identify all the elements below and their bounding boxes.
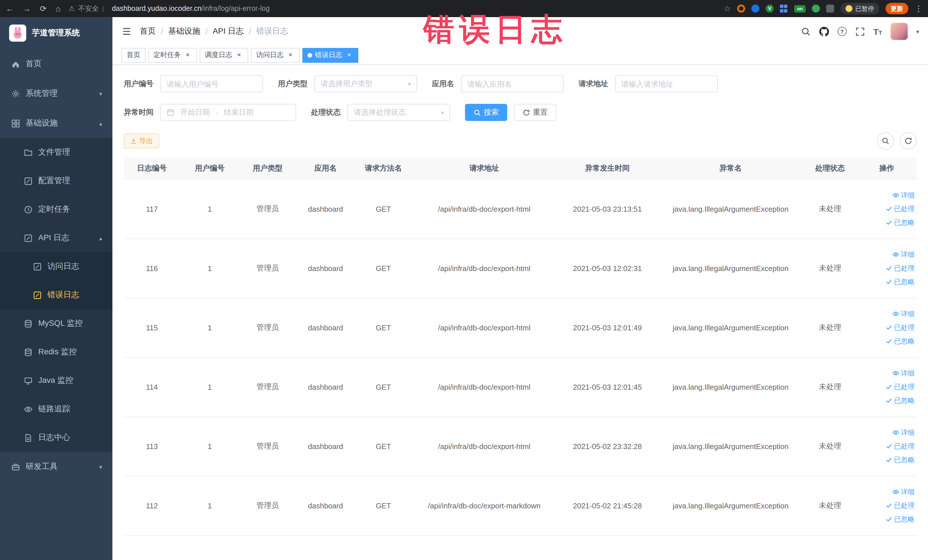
cell-exception-name: java.lang.IllegalArgumentException	[658, 357, 803, 417]
cell-method: GET	[355, 357, 411, 417]
extension-ring-icon[interactable]	[737, 5, 745, 12]
avatar[interactable]	[891, 23, 908, 40]
bookmark-star-icon[interactable]: ☆	[724, 4, 731, 13]
forward-icon[interactable]: →	[23, 4, 31, 13]
sidebar-toggle-icon[interactable]	[122, 26, 132, 37]
user-type-select[interactable]: 请选择用户类型 ▾	[314, 75, 417, 92]
sidebar-item-error-log[interactable]: 错误日志	[0, 281, 112, 309]
app-name-input[interactable]	[461, 75, 564, 92]
cell-user-id: 1	[180, 476, 240, 535]
sidebar-item-redis-monitor[interactable]: Redis 监控	[0, 338, 112, 366]
export-button[interactable]: 导出	[124, 134, 159, 148]
extension-on-badge[interactable]: on	[794, 5, 806, 12]
browser-menu-icon[interactable]: ⋮	[914, 4, 923, 13]
cell-method: GET	[355, 179, 411, 238]
tab-home[interactable]: 首页	[122, 48, 145, 63]
sidebar-item-api-logs[interactable]: API 日志 ▴	[0, 224, 112, 252]
cell-exception-time: 2021-05-03 12:02:31	[557, 238, 658, 298]
extensions-puzzle-icon[interactable]	[826, 5, 834, 12]
logo-title: 芋道管理系统	[32, 28, 80, 38]
github-icon[interactable]	[819, 26, 829, 36]
sidebar-item-file-mgmt[interactable]: 文件管理	[0, 138, 112, 166]
request-url-input[interactable]	[615, 75, 718, 92]
detail-link[interactable]: 详细	[892, 368, 914, 378]
sidebar-item-tracing[interactable]: 链路追踪	[0, 395, 112, 423]
sidebar-item-infrastructure[interactable]: 基础设施 ▴	[0, 108, 112, 138]
detail-link[interactable]: 详细	[892, 487, 914, 497]
tags-view: 首页 定时任务 × 调度日志 × 访问日志 × 错误日志 ×	[112, 46, 928, 65]
date-range-picker[interactable]: 开始日期 - 结束日期	[160, 104, 296, 121]
close-icon[interactable]: ×	[345, 51, 353, 59]
help-icon[interactable]: ?	[837, 27, 846, 36]
tab-error-log[interactable]: 错误日志 ×	[302, 48, 358, 63]
extension-grid-icon[interactable]	[780, 5, 788, 12]
detail-link[interactable]: 详细	[892, 250, 914, 259]
search-button[interactable]: 搜索	[465, 104, 507, 121]
mark-ignored-link[interactable]: 已忽略	[885, 277, 914, 287]
sidebar-item-config-mgmt[interactable]: 配置管理	[0, 166, 112, 195]
paused-chip[interactable]: 已暂停	[840, 3, 879, 14]
access-log-icon	[33, 262, 42, 271]
close-icon[interactable]: ×	[235, 51, 243, 59]
cell-exception-time: 2021-05-02 23:32:28	[557, 417, 658, 476]
mark-ignored-link[interactable]: 已忽略	[885, 455, 914, 465]
sidebar-item-home[interactable]: 首页	[0, 49, 112, 79]
mark-processed-link[interactable]: 已处理	[885, 382, 914, 392]
toggle-search-button[interactable]	[877, 132, 894, 150]
chevron-down-icon: ▾	[441, 109, 444, 116]
mark-processed-link[interactable]: 已处理	[885, 204, 914, 214]
chevron-down-icon: ▾	[99, 90, 102, 97]
browser-home-icon[interactable]: ⌂	[56, 4, 61, 13]
filter-process-status: 处理状态 请选择处理状态 ▾	[311, 104, 450, 121]
mark-processed-link[interactable]: 已处理	[885, 441, 914, 451]
mark-processed-link[interactable]: 已处理	[885, 263, 914, 273]
breadcrumb-item[interactable]: 基础设施	[168, 26, 200, 37]
filter-row-1: 用户编号 用户类型 请选择用户类型 ▾ 应用名	[124, 75, 917, 92]
cell-actions: 详细 已处理 已忽略	[857, 238, 917, 298]
close-icon[interactable]: ×	[286, 51, 295, 59]
sidebar-item-access-log[interactable]: 访问日志	[0, 252, 112, 281]
back-icon[interactable]: ←	[6, 4, 14, 13]
mark-ignored-link[interactable]: 已忽略	[885, 514, 914, 524]
tab-scheduled-tasks[interactable]: 定时任务 ×	[148, 48, 197, 63]
font-size-icon[interactable]: TT	[873, 27, 882, 36]
cell-user-type: 管理员	[240, 357, 296, 417]
detail-link[interactable]: 详细	[892, 190, 914, 200]
mark-ignored-link[interactable]: 已忽略	[885, 218, 914, 227]
avatar-caret-icon[interactable]: ▾	[916, 28, 919, 35]
user-id-input[interactable]	[160, 75, 263, 92]
extension-blue-icon[interactable]	[751, 5, 759, 12]
extension-v-icon[interactable]: V	[766, 5, 774, 12]
sidebar-item-log-center[interactable]: 日志中心	[0, 423, 112, 452]
sidebar-item-scheduled-tasks[interactable]: 定时任务	[0, 195, 112, 224]
address-bar[interactable]: dashboard.yudao.iocoder.cn/infra/log/api…	[112, 5, 270, 12]
tab-access-log[interactable]: 访问日志 ×	[251, 48, 299, 63]
extension-leaf-icon[interactable]	[812, 5, 820, 12]
logo[interactable]: 芋道管理系统	[0, 17, 112, 49]
refresh-table-button[interactable]	[900, 132, 917, 150]
url-host: dashboard.yudao.iocoder.cn	[112, 5, 201, 12]
detail-link[interactable]: 详细	[892, 428, 914, 437]
sidebar-item-mysql-monitor[interactable]: MySQL 监控	[0, 309, 112, 338]
fullscreen-icon[interactable]	[855, 26, 865, 36]
search-icon[interactable]	[801, 26, 810, 36]
detail-link[interactable]: 详细	[892, 309, 914, 319]
mark-processed-link[interactable]: 已处理	[885, 500, 914, 510]
breadcrumb-item[interactable]: 首页	[140, 26, 156, 37]
update-button[interactable]: 更新	[885, 3, 908, 14]
reload-icon[interactable]: ⟳	[40, 4, 46, 13]
gear-icon	[11, 89, 20, 98]
security-indicator[interactable]: ⚠ 不安全 |	[69, 4, 104, 14]
sidebar-item-system-mgmt[interactable]: 系统管理 ▾	[0, 79, 112, 108]
sidebar-item-dev-tools[interactable]: 研发工具 ▾	[0, 452, 112, 482]
process-status-select[interactable]: 请选择处理状态 ▾	[348, 104, 450, 121]
close-icon[interactable]: ×	[184, 51, 192, 59]
mark-processed-link[interactable]: 已处理	[885, 323, 914, 333]
check-icon	[885, 383, 892, 390]
sidebar-item-java-monitor[interactable]: Java 监控	[0, 366, 112, 395]
tab-schedule-log[interactable]: 调度日志 ×	[200, 48, 248, 63]
mark-ignored-link[interactable]: 已忽略	[885, 336, 914, 346]
breadcrumb-item[interactable]: API 日志	[213, 26, 244, 37]
mark-ignored-link[interactable]: 已忽略	[885, 396, 914, 405]
reset-button[interactable]: 重置	[514, 104, 556, 121]
